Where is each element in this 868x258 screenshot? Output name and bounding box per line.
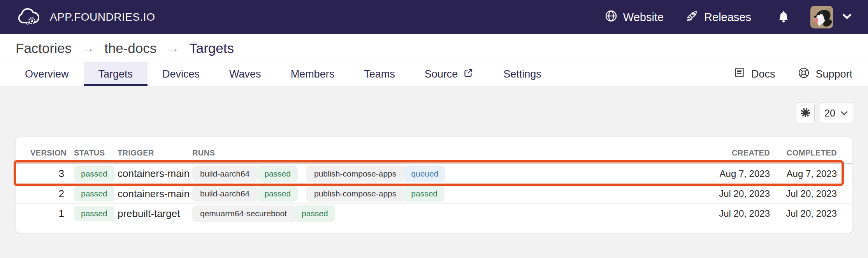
run-status-badge: queued bbox=[404, 166, 445, 182]
version-column-header: VERSION bbox=[30, 148, 74, 157]
trigger-cell: containers-main bbox=[118, 188, 191, 200]
run-name: publish-compose-apps bbox=[306, 166, 404, 182]
breadcrumb-separator-icon: → bbox=[82, 41, 94, 55]
rocket-icon bbox=[685, 9, 699, 25]
brand-title: APP.FOUNDRIES.IO bbox=[50, 11, 155, 23]
top-navbar: APP.FOUNDRIES.IO Website bbox=[0, 0, 868, 34]
completed-cell: Jul 20, 2023 bbox=[770, 208, 837, 219]
created-cell: Jul 20, 2023 bbox=[708, 208, 770, 219]
runs-cell: build-aarch64 passed publish-compose-app… bbox=[191, 186, 708, 202]
tab-label: Targets bbox=[98, 68, 133, 80]
run-chip[interactable]: publish-compose-apps queued bbox=[306, 166, 445, 182]
status-column-header: STATUS bbox=[74, 148, 118, 157]
completed-cell: Aug 7, 2023 bbox=[770, 168, 837, 179]
breadcrumb-separator-icon: → bbox=[167, 41, 179, 55]
completed-column-header: COMPLETED bbox=[770, 148, 837, 157]
run-chip[interactable]: publish-compose-apps passed bbox=[306, 186, 445, 202]
tab-label: Source bbox=[425, 68, 458, 80]
run-chip[interactable]: qemuarm64-secureboot passed bbox=[192, 205, 335, 222]
tab-actions: Docs Support bbox=[733, 62, 852, 86]
tab-teams[interactable]: Teams bbox=[349, 62, 410, 86]
run-status-badge: passed bbox=[257, 166, 298, 182]
tab-targets[interactable]: Targets bbox=[84, 62, 148, 86]
run-name: build-aarch64 bbox=[192, 166, 257, 182]
external-link-icon bbox=[463, 68, 474, 81]
run-status-badge: passed bbox=[295, 205, 335, 222]
page-size-value: 20 bbox=[824, 108, 835, 119]
run-name: publish-compose-apps bbox=[306, 186, 404, 202]
created-column-header: CREATED bbox=[708, 148, 770, 157]
version-cell: 3 bbox=[30, 168, 74, 180]
support-label: Support bbox=[815, 68, 852, 80]
docs-label: Docs bbox=[751, 68, 775, 80]
life-ring-icon bbox=[798, 67, 810, 82]
book-icon bbox=[733, 67, 746, 82]
releases-link[interactable]: Releases bbox=[685, 9, 751, 25]
status-badge: passed bbox=[74, 186, 114, 201]
website-link[interactable]: Website bbox=[604, 9, 664, 25]
breadcrumb-item-the-docs[interactable]: the-docs bbox=[104, 41, 156, 56]
globe-icon bbox=[604, 9, 618, 25]
tabs-bar: Overview Targets Devices Waves Members T… bbox=[0, 62, 868, 87]
tab-label: Members bbox=[291, 68, 335, 80]
table-row-version-3[interactable]: 3 passed containers-main build-aarch64 p… bbox=[16, 164, 852, 184]
status-badge: passed bbox=[74, 166, 114, 182]
tab-settings[interactable]: Settings bbox=[488, 62, 556, 86]
avatar-image bbox=[810, 6, 833, 28]
run-chip[interactable]: build-aarch64 passed bbox=[192, 166, 298, 182]
releases-label: Releases bbox=[704, 11, 751, 24]
tab-label: Waves bbox=[229, 68, 261, 80]
docs-button[interactable]: Docs bbox=[733, 67, 775, 82]
filter-button[interactable] bbox=[796, 102, 815, 124]
tab-label: Settings bbox=[503, 68, 541, 80]
run-status-badge: passed bbox=[404, 186, 445, 202]
website-label: Website bbox=[623, 11, 664, 24]
trigger-column-header: TRIGGER bbox=[118, 148, 191, 157]
tab-overview[interactable]: Overview bbox=[10, 62, 84, 86]
run-name: qemuarm64-secureboot bbox=[192, 205, 295, 222]
tab-label: Devices bbox=[162, 68, 200, 80]
runs-cell: build-aarch64 passed publish-compose-app… bbox=[191, 166, 708, 182]
breadcrumb-item-factories[interactable]: Factories bbox=[16, 41, 72, 56]
runs-cell: qemuarm64-secureboot passed bbox=[191, 205, 708, 222]
navbar-right: Website Releases bbox=[604, 6, 852, 28]
targets-page-content: 20 VERSION STATUS TRIGGER RUNS CREATED C… bbox=[0, 87, 868, 258]
version-cell: 1 bbox=[30, 208, 74, 220]
created-cell: Jul 20, 2023 bbox=[708, 188, 770, 199]
support-button[interactable]: Support bbox=[798, 67, 852, 82]
run-chip[interactable]: build-aarch64 passed bbox=[192, 186, 298, 202]
targets-card: VERSION STATUS TRIGGER RUNS CREATED COMP… bbox=[16, 137, 852, 233]
breadcrumb: Factories → the-docs → Targets bbox=[0, 34, 868, 62]
completed-cell: Jul 20, 2023 bbox=[770, 188, 837, 199]
table-header-row: VERSION STATUS TRIGGER RUNS CREATED COMP… bbox=[16, 137, 852, 164]
bell-icon bbox=[777, 10, 790, 25]
gear-icon bbox=[799, 107, 811, 120]
version-cell: 2 bbox=[30, 188, 74, 200]
tab-label: Overview bbox=[25, 68, 69, 80]
page-size-select[interactable]: 20 bbox=[820, 102, 853, 124]
breadcrumb-item-targets: Targets bbox=[189, 41, 234, 56]
tab-source[interactable]: Source bbox=[410, 62, 489, 86]
notifications-button[interactable] bbox=[777, 10, 790, 25]
tab-label: Teams bbox=[364, 68, 395, 80]
runs-column-header: RUNS bbox=[191, 148, 708, 157]
brand-home-link[interactable]: APP.FOUNDRIES.IO bbox=[16, 6, 155, 28]
user-menu-chevron-icon[interactable] bbox=[842, 12, 852, 22]
chevron-down-icon bbox=[840, 108, 849, 119]
table-row-version-2[interactable]: 2 passed containers-main build-aarch64 p… bbox=[16, 184, 852, 203]
run-status-badge: passed bbox=[257, 186, 298, 202]
run-name: build-aarch64 bbox=[192, 186, 257, 202]
trigger-cell: prebuilt-target bbox=[118, 208, 191, 220]
trigger-cell: containers-main bbox=[118, 168, 191, 180]
foundries-cloud-logo-icon bbox=[16, 6, 42, 28]
tab-members[interactable]: Members bbox=[276, 62, 350, 86]
table-body: 3 passed containers-main build-aarch64 p… bbox=[16, 164, 852, 223]
list-toolbar: 20 bbox=[796, 102, 853, 124]
table-row-version-1[interactable]: 1 passed prebuilt-target qemuarm64-secur… bbox=[16, 203, 852, 223]
status-badge: passed bbox=[74, 206, 114, 221]
tab-devices[interactable]: Devices bbox=[148, 62, 214, 86]
created-cell: Aug 7, 2023 bbox=[708, 168, 770, 179]
user-avatar[interactable] bbox=[810, 6, 833, 28]
tab-waves[interactable]: Waves bbox=[214, 62, 276, 86]
